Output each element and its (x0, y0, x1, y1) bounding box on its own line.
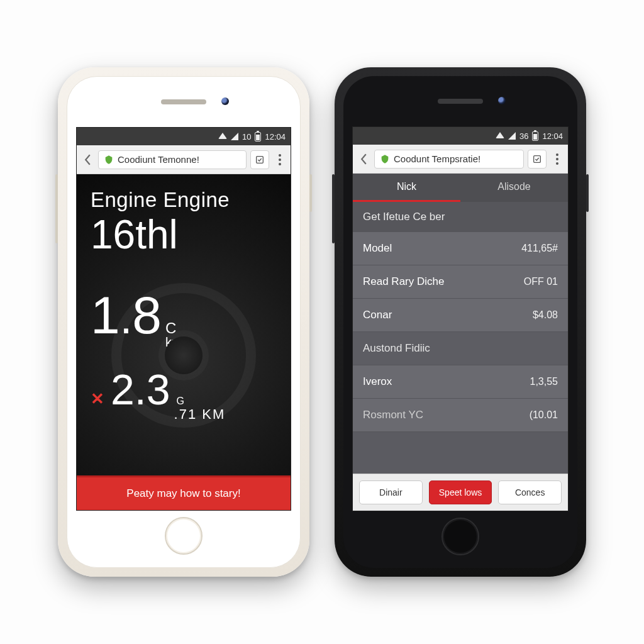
dashboard-title: Engine Engine (91, 188, 277, 212)
clock: 12:04 (265, 132, 286, 142)
clock: 12:04 (542, 131, 563, 141)
screen-right: 36 12:04 Coodunt Tempsratie! (352, 126, 569, 511)
battery-percent: 10 (242, 132, 251, 142)
item-label: Model (363, 242, 392, 255)
speet-lows-button[interactable]: Speet lows (429, 480, 492, 504)
dinair-button[interactable]: Dinair (359, 480, 423, 504)
item-label: Iverox (363, 375, 392, 388)
back-button[interactable] (357, 150, 370, 169)
list-item[interactable]: Iverox 1,3,55 (353, 365, 568, 399)
dashboard-view: Engine Engine 16 thl 1 . 8 C km (77, 174, 291, 510)
metric-1-unit: thl (135, 214, 178, 255)
wifi-icon (496, 132, 504, 138)
battery-icon (532, 131, 538, 141)
item-label: Rosmont YC (363, 409, 423, 421)
steering-wheel-bg (111, 283, 256, 428)
address-text: Coodunt Tempsratie! (394, 153, 480, 164)
overflow-menu-button[interactable] (273, 150, 287, 169)
status-bar: 10 12:04 (77, 128, 291, 145)
address-text: Coodiunt Temonne! (118, 154, 199, 165)
volume-buttons[interactable] (55, 174, 58, 243)
volume-buttons[interactable] (332, 174, 335, 243)
status-bar: 36 12:04 (353, 127, 568, 145)
phone-black: 36 12:04 Coodunt Tempsratie! (335, 67, 586, 577)
item-value: $4.08 (533, 309, 558, 321)
battery-icon (255, 132, 261, 142)
overflow-menu-button[interactable] (550, 150, 564, 169)
settings-list[interactable]: Get Ifetue Ce ber Model 411,65# Read Rar… (353, 202, 568, 474)
tab-bar: Nick Alisode (353, 174, 568, 202)
browser-chrome: Coodiunt Temonne! (77, 145, 291, 174)
metric-1-value: 16 (91, 214, 135, 255)
conces-button[interactable]: Conces (498, 480, 562, 504)
list-item[interactable]: Model 411,65# (353, 232, 568, 265)
home-button[interactable] (165, 517, 203, 555)
phone-white: 10 12:04 Coodiunt Temonne! (58, 67, 309, 577)
list-view: Nick Alisode Get Ifetue Ce ber Model 411… (353, 174, 568, 511)
wifi-icon (218, 133, 227, 139)
signal-icon (508, 132, 516, 140)
address-bar[interactable]: Coodunt Tempsratie! (374, 150, 524, 169)
item-value: 411,65# (521, 243, 558, 254)
bottom-action-bar: Dinair Speet lows Conces (353, 474, 568, 511)
earpiece (438, 99, 483, 104)
item-value: OFF 01 (524, 276, 558, 287)
svg-rect-0 (257, 156, 264, 163)
list-item[interactable]: Conar $4.08 (353, 299, 568, 332)
site-lock-icon (380, 154, 390, 164)
signal-icon (231, 133, 238, 140)
svg-rect-1 (534, 155, 541, 162)
front-camera (221, 97, 229, 105)
list-item[interactable]: Rosmont YC (10.01 (353, 399, 568, 432)
earpiece (161, 99, 206, 104)
home-button[interactable] (441, 518, 479, 555)
list-item[interactable]: Read Rary Diche OFF 01 (353, 265, 568, 299)
item-value: (10.01 (530, 409, 558, 421)
power-button[interactable] (309, 174, 312, 212)
alert-x-icon: ✕ (91, 389, 104, 409)
bookmark-button[interactable] (528, 150, 547, 169)
primary-cta-button[interactable]: Peaty may how to stary! (77, 475, 291, 510)
back-button[interactable] (80, 150, 94, 169)
tab-nick[interactable]: Nick (353, 174, 460, 202)
section-label: Austond Fidiic (363, 342, 430, 355)
tab-alisode[interactable]: Alisode (460, 174, 568, 202)
section-header-2: Austond Fidiic (353, 332, 568, 365)
browser-chrome: Coodunt Tempsratie! (353, 145, 568, 174)
screen-left: 10 12:04 Coodiunt Temonne! (76, 127, 291, 511)
bookmark-button[interactable] (250, 150, 269, 169)
battery-percent: 36 (519, 131, 528, 141)
section-header-1: Get Ifetue Ce ber (353, 202, 568, 232)
power-button[interactable] (586, 174, 589, 212)
item-label: Read Rary Diche (363, 275, 444, 288)
address-bar[interactable]: Coodiunt Temonne! (98, 150, 247, 169)
front-camera (498, 97, 506, 104)
item-label: Conar (363, 309, 392, 321)
site-lock-icon (104, 155, 114, 165)
item-value: 1,3,55 (530, 376, 558, 387)
